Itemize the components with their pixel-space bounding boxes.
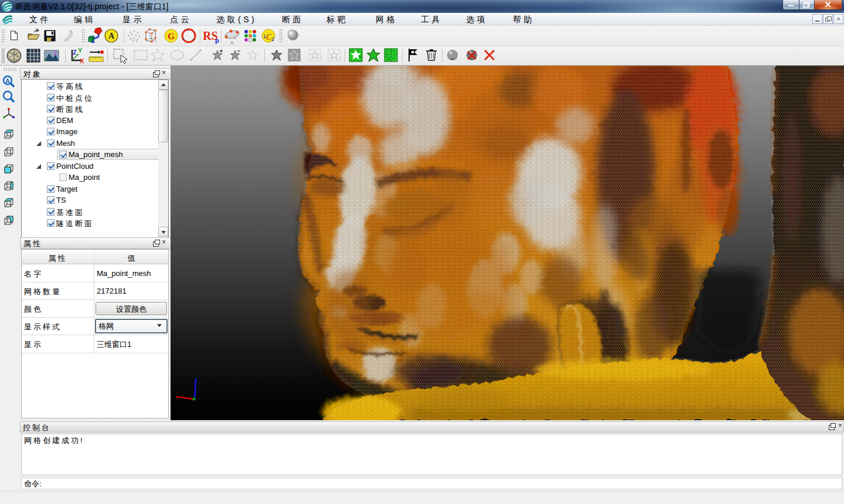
- svg-text:2: 2: [54, 50, 57, 56]
- svg-text:Y: Y: [78, 47, 83, 54]
- svg-text:p: p: [215, 37, 219, 44]
- svg-text:A: A: [108, 32, 115, 40]
- svg-text:A: A: [5, 77, 10, 84]
- svg-text:X: X: [80, 57, 84, 64]
- svg-text:G: G: [168, 32, 175, 41]
- svg-text:Z: Z: [73, 49, 77, 56]
- svg-text:2: 2: [271, 36, 274, 42]
